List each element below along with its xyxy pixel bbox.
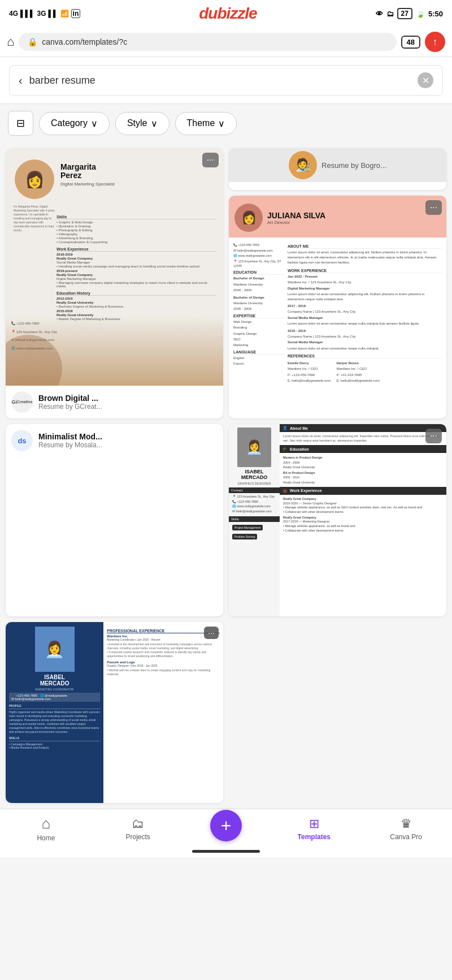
eye-icon: 👁 (376, 10, 383, 18)
isabel2-job-text: MARKETING COORDINATOR (9, 688, 100, 691)
linkedin-icon: in (71, 9, 81, 18)
isabel-right-col: 👤 About Me Lorem ipsum dolor sit amet, c… (280, 424, 446, 616)
juliana-header: 👩 JULIANA SILVA Art Director ··· (229, 196, 446, 238)
signal-bars: ▌▌▌ (20, 10, 35, 18)
margarita-logo: GiCreative (11, 391, 33, 413)
isabel2-exp-head: PROFESSIONAL EXPERIENCE (107, 629, 220, 633)
projects-nav-icon: 🗂 (132, 817, 144, 831)
lock-icon: 🔒 (28, 37, 37, 46)
isabel2-right-col: PROFESSIONAL EXPERIENCE Wardiere Inc. Ma… (103, 622, 223, 803)
back-button[interactable]: ‹ (19, 74, 23, 87)
time-display: 5:50 (428, 10, 443, 18)
isabel2-contact-section: 📞 +123-456-7890 🌐 @reallygreatsite ✉ hel… (9, 693, 100, 702)
margarita-avatar: 👩 (15, 159, 54, 199)
isabel2-thumbnail: 👩‍💼 ISABELMERCADO MARKETING COORDINATOR … (6, 622, 223, 803)
margarita-card-title: Brown Digital ... (38, 394, 102, 403)
signal-bars-2: ▌▌ (49, 10, 58, 18)
juliana-left-col: 📞 +123-456-7845 ✉ hello@reallygreatsite.… (233, 242, 284, 385)
search-clear-button[interactable]: ✕ (418, 72, 433, 88)
juliana-more-button[interactable]: ··· (425, 200, 442, 215)
theme-label: Theme (187, 118, 215, 128)
sliders-icon: ⊟ (16, 117, 25, 129)
status-bar: 4G ▌▌▌ 3G ▌▌ 📶 in dubizzle 👁 🗂 27 🍃 5:50 (0, 0, 452, 27)
update-button[interactable]: ↑ (425, 32, 445, 52)
chevron-down-icon: ∨ (91, 118, 98, 129)
leaf-icon: 🍃 (416, 10, 425, 18)
dubizzle-logo: dubizzle (199, 5, 257, 23)
home-browser-button[interactable]: ⌂ (7, 34, 14, 49)
juliana-right-col: ABOUT ME Lorem ipsum dolor sit amet, con… (288, 242, 442, 385)
isabel-more-button[interactable]: ··· (425, 429, 442, 443)
margarita-name: MargaritaPerez (60, 163, 216, 180)
nav-item-projects[interactable]: 🗂 Projects (118, 817, 158, 841)
juliana-thumbnail: 👩 JULIANA SILVA Art Director ··· 📞 +123-… (229, 196, 446, 411)
bogro-image-area: 🧑‍🎨 Resume by Bogro... (229, 148, 446, 182)
juliana-body: 📞 +123-456-7845 ✉ hello@reallygreatsite.… (229, 238, 446, 389)
minimalist-card-subtitle: Resume by Mosala... (38, 441, 102, 449)
isabel2-name-text: ISABELMERCADO (9, 674, 100, 687)
battery-count: 27 (397, 8, 412, 19)
minimalist-meta: Minimalist Mod... Resume by Mosala... (38, 432, 102, 449)
margarita-thumbnail: 👩 MargaritaPerez Digital Marketing Speci… (6, 148, 223, 386)
theme-filter-button[interactable]: Theme ∨ (175, 112, 237, 135)
4g-indicator: 4G (9, 10, 18, 18)
tab-count-badge[interactable]: 48 (401, 36, 420, 49)
isabel-left-col: 👩‍💼 ISABELMERCADO GRAPHICS DESIGNER Cont… (229, 424, 280, 616)
isabel-photo: 👩‍💼 (237, 428, 271, 467)
network-info: 4G ▌▌▌ 3G ▌▌ 📶 in (9, 9, 80, 18)
isabel2-photo: 👩‍💼 (35, 627, 75, 672)
minimalist-card-info: ds Minimalist Mod... Resume by Mosala... (6, 424, 223, 457)
template-card-bogro[interactable]: 🧑‍🎨 Resume by Bogro... (229, 148, 446, 190)
home-indicator (0, 845, 452, 857)
nav-item-home[interactable]: ⌂ Home (26, 815, 66, 842)
minimalist-card-title: Minimalist Mod... (38, 432, 102, 441)
chevron-down-icon-2: ∨ (151, 118, 158, 129)
projects-nav-label: Projects (126, 833, 150, 841)
bottom-navigation: ⌂ Home 🗂 Projects + ⊞ Templates ♛ Canva … (0, 809, 452, 845)
isabel2-left-col: 👩‍💼 ISABELMERCADO MARKETING COORDINATOR … (6, 622, 103, 803)
category-label: Category (51, 118, 88, 128)
juliana-name-text: JULIANA SILVA (267, 211, 325, 220)
isabel-thumbnail: 👩‍💼 ISABELMERCADO GRAPHICS DESIGNER Cont… (229, 424, 446, 616)
add-new-button[interactable]: + (210, 810, 242, 841)
template-card-isabel2[interactable]: 👩‍💼 ISABELMERCADO MARKETING COORDINATOR … (6, 622, 223, 803)
template-card-juliana[interactable]: 👩 JULIANA SILVA Art Director ··· 📞 +123-… (229, 196, 446, 418)
chevron-down-icon-3: ∨ (218, 118, 225, 129)
template-card-minimalist[interactable]: ds Minimalist Mod... Resume by Mosala... (6, 424, 223, 616)
layers-icon: 🗂 (386, 10, 394, 18)
browser-bar: ⌂ 🔒 canva.com/templates/?c 48 ↑ (0, 27, 452, 57)
margarita-card-info: GiCreative Brown Digital ... Resume by G… (6, 386, 223, 418)
url-bar[interactable]: 🔒 canva.com/templates/?c (19, 33, 396, 51)
bogro-avatar: 🧑‍🎨 (289, 151, 317, 179)
url-text: canva.com/templates/?c (42, 37, 127, 46)
search-query-text: barber resume (29, 75, 411, 87)
style-label: Style (127, 118, 147, 128)
isabel2-more-button[interactable]: ··· (204, 627, 219, 639)
canva-pro-nav-icon: ♛ (401, 817, 412, 831)
margarita-more-button[interactable]: ··· (202, 153, 219, 167)
nav-item-templates[interactable]: ⊞ Templates (294, 817, 334, 841)
nav-item-canva-pro[interactable]: ♛ Canva Pro (386, 817, 426, 841)
margarita-title: Digital Marketing Specialist (60, 182, 216, 187)
home-nav-icon: ⌂ (42, 815, 51, 832)
minimalist-logo: ds (11, 430, 33, 451)
canva-pro-nav-label: Canva Pro (390, 833, 422, 841)
category-filter-button[interactable]: Category ∨ (39, 112, 110, 135)
style-filter-button[interactable]: Style ∨ (115, 112, 169, 135)
search-bar: ‹ barber resume ✕ (9, 65, 443, 96)
margarita-card-subtitle: Resume by GCreat... (38, 403, 102, 411)
template-card-isabel[interactable]: 👩‍💼 ISABELMERCADO GRAPHICS DESIGNER Cont… (229, 424, 446, 616)
wifi-icon: 📶 (60, 10, 69, 18)
3g-indicator: 3G (37, 10, 46, 18)
status-right-icons: 👁 🗂 27 🍃 5:50 (376, 8, 443, 19)
search-bar-container: ‹ barber resume ✕ (0, 57, 452, 104)
templates-nav-icon: ⊞ (309, 817, 319, 831)
templates-grid: 👩 MargaritaPerez Digital Marketing Speci… (0, 143, 452, 809)
juliana-subtitle-text: Art Director (267, 220, 325, 225)
margarita-meta: Brown Digital ... Resume by GCreat... (38, 394, 102, 411)
home-indicator-bar (192, 850, 260, 853)
filter-settings-button[interactable]: ⊟ (8, 111, 33, 136)
bogro-title-text: Resume by Bogro... (321, 161, 386, 170)
template-card-margarita[interactable]: 👩 MargaritaPerez Digital Marketing Speci… (6, 148, 223, 418)
margarita-bio: I'm Margarita Perez, Digital Marketing S… (14, 205, 56, 232)
